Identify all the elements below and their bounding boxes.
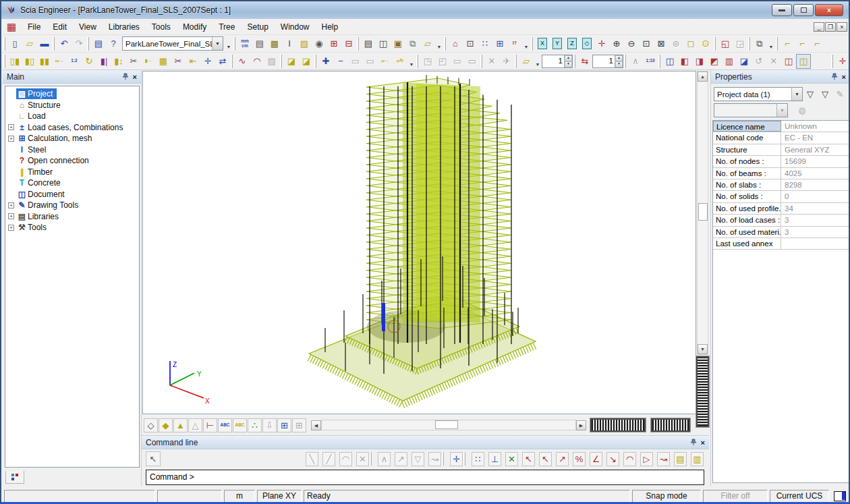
project-manager-button[interactable]: ▤ (91, 36, 106, 51)
view-y-button[interactable]: Y (550, 36, 565, 51)
scale-1-2-button[interactable]: 1:2 (67, 54, 82, 69)
snap-ortho-button[interactable]: ⊥ (488, 452, 501, 466)
filter-cell[interactable]: Filter off (703, 490, 768, 503)
pin-icon[interactable] (831, 73, 838, 80)
units-button[interactable]: mm cm (237, 36, 252, 51)
snap-perpendicular-button[interactable]: ∠ (590, 452, 602, 466)
page-edit-more-dropdown-icon[interactable]: ▼ (435, 36, 443, 51)
pointer-button[interactable]: ↖ (146, 451, 161, 466)
named-items-button[interactable]: ⊢ (203, 418, 217, 432)
free-bar-button[interactable]: ⌐ (780, 36, 795, 51)
expand-icon[interactable]: + (8, 225, 14, 231)
minimized-window-2[interactable] (651, 418, 690, 432)
cursor-snap-button[interactable]: ✛ (450, 452, 463, 466)
sidebar-item-load-cases-combinations[interactable]: +±Load cases, Combinations (5, 122, 139, 134)
document-button[interactable]: ▣ (391, 36, 405, 51)
line-grid-button[interactable]: ⊞ (492, 36, 507, 51)
dot-grid-button[interactable]: ∷ (478, 36, 492, 51)
model-canvas[interactable]: ZYX (142, 71, 696, 414)
internal-edge-button[interactable]: ◪ (299, 54, 314, 69)
toolbar-grip[interactable] (531, 37, 533, 51)
hscroll-right-icon[interactable]: ▶ (576, 420, 586, 430)
rotate-member-button[interactable]: ↻ (82, 54, 96, 69)
activity-layer-button[interactable]: ◫ (796, 54, 811, 69)
property-row[interactable]: No. of load cases :3 (713, 215, 849, 226)
cross-align-button[interactable]: ✛ (200, 54, 215, 69)
project-combo[interactable]: ParkLaneTower_Final_SLS▼ (122, 36, 223, 51)
view-in-window-button[interactable]: ◱ (718, 36, 733, 51)
snap-column-button[interactable]: ▥ (691, 452, 704, 466)
expand-icon[interactable]: + (8, 202, 14, 208)
sidebar-item-libraries[interactable]: +▤Libraries (5, 211, 139, 223)
activity-diamond-button[interactable]: ◩ (707, 54, 722, 69)
snap-node-button[interactable]: ↖ (539, 452, 552, 466)
property-row[interactable]: National codeEC - EN (713, 132, 849, 144)
project-notes-button[interactable]: ▨ (297, 36, 312, 51)
undo-button[interactable]: ↶ (57, 36, 72, 51)
activity-box-button[interactable]: ◧ (677, 54, 692, 69)
snap-mode-cell[interactable]: Snap mode (632, 490, 701, 503)
print-preview-button[interactable]: ◫ (376, 36, 391, 51)
units-cell[interactable]: m (224, 490, 255, 503)
spin-down-icon[interactable]: ▼ (615, 61, 623, 67)
sidebar-item-timber[interactable]: ∥Timber (5, 167, 139, 178)
menu-tools[interactable]: Tools (146, 20, 177, 34)
toolbar-grip[interactable] (233, 37, 235, 51)
view-z-button[interactable]: Z (565, 36, 579, 51)
view-new-window-button[interactable]: ⊞ (277, 418, 291, 432)
command-input[interactable]: Command > (146, 470, 704, 485)
pin-icon[interactable] (122, 73, 129, 80)
open-button[interactable]: ▱ (22, 36, 37, 51)
toolbar-grip[interactable] (658, 55, 660, 68)
selection-circle-button[interactable]: ◉ (312, 36, 327, 51)
main-panel-tab[interactable] (5, 471, 24, 484)
bim-home-button[interactable]: ⌂ (448, 36, 463, 51)
snap-table-button[interactable]: ▤ (674, 452, 687, 466)
toolbar-grip[interactable] (231, 55, 233, 68)
property-row[interactable]: No. of slabs :8298 (713, 179, 849, 191)
toolbar-grip[interactable] (748, 37, 750, 51)
snap-tangent-button[interactable]: ↘ (606, 452, 619, 466)
sidebar-item-project[interactable]: ▨Project (5, 88, 139, 100)
mirror-member-button[interactable]: ▮| (96, 54, 111, 69)
zoom-all-button[interactable]: ⊠ (654, 36, 669, 51)
picture-gallery-button[interactable]: ⧉ (405, 36, 420, 51)
grid-more-dropdown-icon[interactable]: ▼ (522, 36, 530, 51)
zoom-window-button[interactable]: ⊡ (639, 36, 654, 51)
property-selector-combo[interactable]: Project data (1) ▼ (714, 87, 803, 101)
layer-set-button[interactable]: ⧉ (752, 36, 767, 51)
filter-funnel-icon[interactable]: ▽ (803, 88, 818, 101)
property-row[interactable]: Licence nameUnknown (713, 121, 849, 132)
snap-midpoint-button[interactable]: ↗ (556, 452, 569, 466)
move-node-button[interactable]: ▭→ (52, 54, 67, 69)
scale-1-10-button[interactable]: 1:10 (643, 54, 658, 69)
vertical-scroll-thumb[interactable] (698, 203, 708, 221)
menu-help[interactable]: Help (316, 20, 345, 34)
table-edit-button[interactable]: ▦ (156, 54, 171, 69)
catalog-folder-button[interactable]: ▱ (519, 54, 534, 69)
plane-cell[interactable]: Plane XY (257, 490, 302, 503)
combo-overflow-dropdown-icon[interactable]: ▼ (225, 36, 233, 51)
toolbar-grip[interactable] (87, 37, 89, 51)
property-row[interactable]: No. of used profile...34 (713, 203, 849, 215)
sidebar-item-concrete[interactable]: TConcrete (5, 177, 139, 189)
activity-all-button[interactable]: ▥ (722, 54, 737, 69)
activity-down-button[interactable]: ◨ (692, 54, 707, 69)
sidebar-item-steel[interactable]: ISteel (5, 144, 139, 156)
snap-curve-button[interactable]: ↝ (657, 452, 670, 466)
toolbar-grip[interactable] (53, 37, 55, 51)
scroll-down-icon[interactable]: ▼ (698, 344, 708, 354)
trim-button[interactable]: ✂ (126, 54, 141, 69)
restore-button[interactable] (793, 4, 814, 16)
quick-filter-icon[interactable]: ▽ (818, 88, 832, 101)
solid-render-button[interactable]: ◆ (159, 418, 173, 432)
horizontal-scroll-thumb[interactable] (435, 420, 458, 429)
toolbar-grip[interactable] (3, 55, 5, 68)
light-button[interactable]: ʘ (698, 36, 713, 51)
activity-corner-button[interactable]: ◪ (737, 54, 752, 69)
properties-close-icon[interactable]: × (842, 73, 846, 81)
property-row[interactable]: Last used annex (713, 238, 849, 250)
join-members-button[interactable]: ⇄ (215, 54, 230, 69)
scale-tool-button[interactable]: ⇆ (577, 54, 592, 69)
sidebar-item-load[interactable]: ∟Load (5, 111, 139, 122)
